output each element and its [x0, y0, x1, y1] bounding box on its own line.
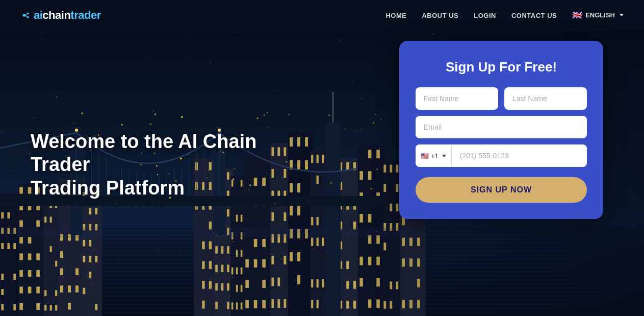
logo-icon: [20, 10, 32, 21]
nav-item-login[interactable]: LOGIN: [474, 11, 496, 20]
nav-link-about[interactable]: ABOUT US: [422, 12, 458, 19]
svg-line-4: [25, 15, 27, 17]
us-flag-icon: 🇺🇸: [421, 152, 429, 160]
signup-card: Sign Up For Free! 🇺🇸 +1 SIGN UP NOW: [399, 41, 603, 219]
email-input[interactable]: [416, 116, 587, 138]
phone-country-selector[interactable]: 🇺🇸 +1: [416, 144, 452, 167]
logo[interactable]: aichaintrader: [20, 9, 101, 22]
nav-links: HOME ABOUT US LOGIN CONTACT US 🇬🇧 ENGLIS…: [385, 10, 624, 20]
nav-item-home[interactable]: HOME: [385, 11, 406, 20]
hero-content: Welcome to the AI Chain Trader Trading P…: [31, 130, 316, 200]
logo-trader-text: trader: [70, 9, 100, 22]
nav-link-home[interactable]: HOME: [385, 12, 406, 19]
name-row: [416, 87, 587, 110]
signup-button[interactable]: SIGN UP NOW: [416, 177, 587, 203]
signup-title: Sign Up For Free!: [416, 59, 587, 75]
svg-point-2: [27, 16, 29, 18]
nav-link-contact[interactable]: CONTACT US: [511, 12, 557, 19]
language-label: ENGLISH: [585, 11, 615, 19]
phone-row: 🇺🇸 +1: [416, 144, 587, 167]
chevron-down-icon: [620, 14, 624, 16]
svg-point-1: [27, 12, 29, 14]
phone-input[interactable]: [452, 144, 587, 167]
nav-item-contact[interactable]: CONTACT US: [511, 11, 557, 20]
svg-point-0: [23, 14, 26, 17]
nav-item-about[interactable]: ABOUT US: [422, 11, 458, 20]
email-row: [416, 116, 587, 138]
svg-line-3: [25, 14, 27, 15]
navbar: aichaintrader HOME ABOUT US LOGIN CONTAC…: [0, 0, 644, 30]
last-name-input[interactable]: [504, 87, 587, 110]
hero-section: aichaintrader HOME ABOUT US LOGIN CONTAC…: [0, 0, 644, 316]
logo-chain-text: chain: [42, 9, 70, 22]
country-code: +1: [431, 152, 439, 160]
phone-chevron-icon: [442, 155, 446, 157]
nav-language-selector[interactable]: 🇬🇧 ENGLISH: [572, 10, 624, 20]
hero-title: Welcome to the AI Chain Trader Trading P…: [31, 130, 316, 200]
nav-link-login[interactable]: LOGIN: [474, 12, 496, 19]
logo-ai-text: ai: [34, 9, 42, 22]
flag-icon: 🇬🇧: [572, 10, 582, 20]
first-name-input[interactable]: [416, 87, 498, 110]
